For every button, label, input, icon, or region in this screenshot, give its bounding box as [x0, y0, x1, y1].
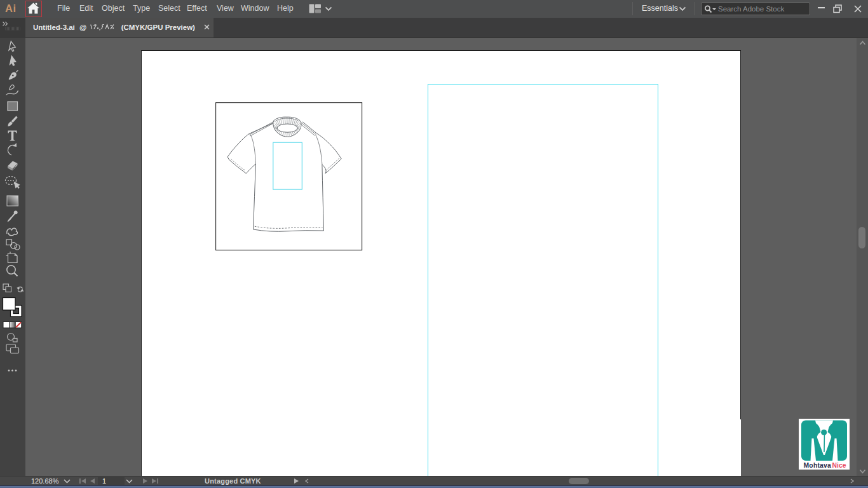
svg-text:Mohtava: Mohtava: [804, 462, 832, 469]
svg-text:Nice: Nice: [832, 462, 846, 469]
